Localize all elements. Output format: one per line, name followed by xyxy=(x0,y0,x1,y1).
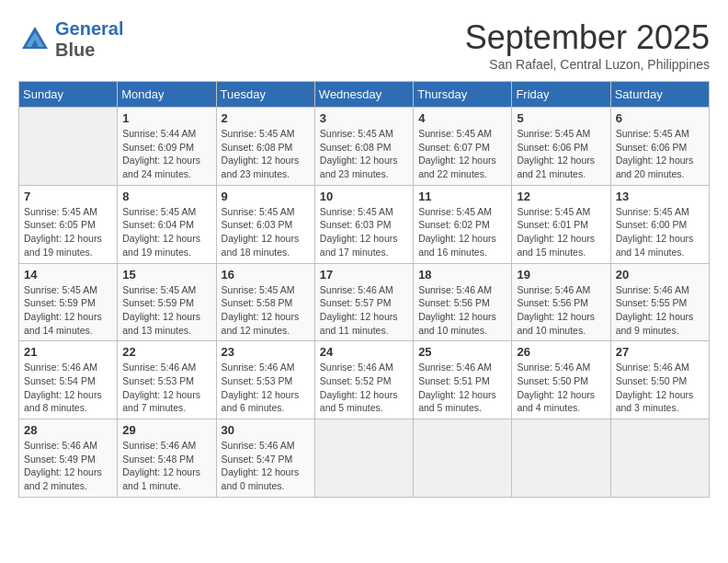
day-info: Sunrise: 5:46 AM Sunset: 5:51 PM Dayligh… xyxy=(418,361,506,415)
day-info: Sunrise: 5:45 AM Sunset: 6:04 PM Dayligh… xyxy=(122,205,210,259)
day-info: Sunrise: 5:46 AM Sunset: 5:53 PM Dayligh… xyxy=(222,361,310,415)
day-info: Sunrise: 5:46 AM Sunset: 5:56 PM Dayligh… xyxy=(517,283,605,338)
calendar-cell: 15Sunrise: 5:45 AM Sunset: 5:59 PM Dayli… xyxy=(118,263,216,341)
day-number: 11 xyxy=(418,190,506,203)
day-info: Sunrise: 5:45 AM Sunset: 6:08 PM Dayligh… xyxy=(222,127,310,181)
calendar-cell: 29Sunrise: 5:46 AM Sunset: 5:48 PM Dayli… xyxy=(118,419,216,498)
calendar-cell: 22Sunrise: 5:46 AM Sunset: 5:53 PM Dayli… xyxy=(118,341,216,419)
day-info: Sunrise: 5:45 AM Sunset: 6:03 PM Dayligh… xyxy=(222,205,310,259)
calendar-cell: 4Sunrise: 5:45 AM Sunset: 6:07 PM Daylig… xyxy=(414,108,512,186)
day-info: Sunrise: 5:46 AM Sunset: 5:56 PM Dayligh… xyxy=(418,283,506,338)
header-day-thursday: Thursday xyxy=(414,82,512,108)
day-info: Sunrise: 5:45 AM Sunset: 6:06 PM Dayligh… xyxy=(517,127,605,181)
day-info: Sunrise: 5:46 AM Sunset: 5:49 PM Dayligh… xyxy=(24,439,112,493)
calendar-cell: 26Sunrise: 5:46 AM Sunset: 5:50 PM Dayli… xyxy=(512,341,610,419)
day-number: 25 xyxy=(418,345,506,359)
day-info: Sunrise: 5:46 AM Sunset: 5:52 PM Dayligh… xyxy=(320,361,408,415)
day-info: Sunrise: 5:45 AM Sunset: 6:07 PM Dayligh… xyxy=(418,127,506,181)
day-number: 14 xyxy=(24,268,112,282)
calendar-week-2: 7Sunrise: 5:45 AM Sunset: 6:05 PM Daylig… xyxy=(19,185,710,263)
calendar-week-1: 1Sunrise: 5:44 AM Sunset: 6:09 PM Daylig… xyxy=(19,108,710,186)
day-number: 4 xyxy=(418,111,506,125)
calendar-cell: 13Sunrise: 5:45 AM Sunset: 6:00 PM Dayli… xyxy=(610,185,709,263)
calendar-cell: 21Sunrise: 5:46 AM Sunset: 5:54 PM Dayli… xyxy=(19,341,118,419)
header-day-monday: Monday xyxy=(118,82,216,108)
day-info: Sunrise: 5:46 AM Sunset: 5:50 PM Dayligh… xyxy=(517,361,605,415)
logo-text: General Blue xyxy=(55,18,123,61)
day-info: Sunrise: 5:46 AM Sunset: 5:53 PM Dayligh… xyxy=(122,361,210,415)
day-number: 7 xyxy=(24,190,112,203)
logo-icon xyxy=(18,23,51,56)
day-number: 28 xyxy=(24,423,112,437)
day-info: Sunrise: 5:45 AM Sunset: 6:00 PM Dayligh… xyxy=(616,205,704,259)
day-info: Sunrise: 5:46 AM Sunset: 5:48 PM Dayligh… xyxy=(122,439,210,493)
day-number: 26 xyxy=(517,345,605,359)
calendar-cell: 24Sunrise: 5:46 AM Sunset: 5:52 PM Dayli… xyxy=(314,341,413,419)
calendar-cell: 28Sunrise: 5:46 AM Sunset: 5:49 PM Dayli… xyxy=(19,419,118,498)
day-info: Sunrise: 5:46 AM Sunset: 5:50 PM Dayligh… xyxy=(616,361,704,415)
calendar-cell xyxy=(19,108,118,186)
calendar-cell: 30Sunrise: 5:46 AM Sunset: 5:47 PM Dayli… xyxy=(216,419,314,498)
calendar-week-3: 14Sunrise: 5:45 AM Sunset: 5:59 PM Dayli… xyxy=(19,263,710,341)
location-subtitle: San Rafael, Central Luzon, Philippines xyxy=(465,57,710,72)
calendar-cell xyxy=(314,419,413,498)
title-block: September 2025 San Rafael, Central Luzon… xyxy=(465,18,710,72)
calendar-cell: 17Sunrise: 5:46 AM Sunset: 5:57 PM Dayli… xyxy=(314,263,413,341)
calendar-cell: 27Sunrise: 5:46 AM Sunset: 5:50 PM Dayli… xyxy=(610,341,709,419)
month-title: September 2025 xyxy=(465,18,710,57)
calendar-cell: 16Sunrise: 5:45 AM Sunset: 5:58 PM Dayli… xyxy=(216,263,314,341)
day-number: 21 xyxy=(24,345,112,359)
day-number: 6 xyxy=(616,111,704,125)
header-day-saturday: Saturday xyxy=(610,82,709,108)
day-number: 30 xyxy=(222,423,310,437)
day-info: Sunrise: 5:45 AM Sunset: 5:59 PM Dayligh… xyxy=(24,283,112,338)
calendar-cell xyxy=(610,419,709,498)
calendar-cell: 10Sunrise: 5:45 AM Sunset: 6:03 PM Dayli… xyxy=(314,185,413,263)
calendar-cell: 20Sunrise: 5:46 AM Sunset: 5:55 PM Dayli… xyxy=(610,263,709,341)
calendar-cell: 9Sunrise: 5:45 AM Sunset: 6:03 PM Daylig… xyxy=(216,185,314,263)
logo: General Blue xyxy=(18,18,123,61)
calendar-cell: 25Sunrise: 5:46 AM Sunset: 5:51 PM Dayli… xyxy=(414,341,512,419)
calendar-table: SundayMondayTuesdayWednesdayThursdayFrid… xyxy=(18,81,710,498)
header-day-sunday: Sunday xyxy=(19,82,118,108)
page-header: General Blue September 2025 San Rafael, … xyxy=(18,18,710,72)
calendar-cell: 1Sunrise: 5:44 AM Sunset: 6:09 PM Daylig… xyxy=(118,108,216,186)
calendar-cell: 8Sunrise: 5:45 AM Sunset: 6:04 PM Daylig… xyxy=(118,185,216,263)
calendar-cell xyxy=(414,419,512,498)
day-info: Sunrise: 5:46 AM Sunset: 5:57 PM Dayligh… xyxy=(320,283,408,338)
day-number: 16 xyxy=(222,268,310,282)
day-number: 8 xyxy=(122,190,210,203)
calendar-cell: 11Sunrise: 5:45 AM Sunset: 6:02 PM Dayli… xyxy=(414,185,512,263)
calendar-cell: 12Sunrise: 5:45 AM Sunset: 6:01 PM Dayli… xyxy=(512,185,610,263)
day-number: 27 xyxy=(616,345,704,359)
header-day-friday: Friday xyxy=(512,82,610,108)
day-number: 9 xyxy=(222,190,310,203)
day-info: Sunrise: 5:45 AM Sunset: 5:58 PM Dayligh… xyxy=(222,283,310,338)
calendar-cell: 6Sunrise: 5:45 AM Sunset: 6:06 PM Daylig… xyxy=(610,108,709,186)
calendar-header-row: SundayMondayTuesdayWednesdayThursdayFrid… xyxy=(19,82,710,108)
day-number: 17 xyxy=(320,268,408,282)
calendar-cell: 3Sunrise: 5:45 AM Sunset: 6:08 PM Daylig… xyxy=(314,108,413,186)
day-number: 19 xyxy=(517,268,605,282)
day-info: Sunrise: 5:45 AM Sunset: 6:05 PM Dayligh… xyxy=(24,205,112,259)
calendar-cell: 2Sunrise: 5:45 AM Sunset: 6:08 PM Daylig… xyxy=(216,108,314,186)
calendar-cell: 14Sunrise: 5:45 AM Sunset: 5:59 PM Dayli… xyxy=(19,263,118,341)
day-info: Sunrise: 5:45 AM Sunset: 6:06 PM Dayligh… xyxy=(616,127,704,181)
calendar-cell: 18Sunrise: 5:46 AM Sunset: 5:56 PM Dayli… xyxy=(414,263,512,341)
day-number: 18 xyxy=(418,268,506,282)
calendar-cell xyxy=(512,419,610,498)
day-info: Sunrise: 5:44 AM Sunset: 6:09 PM Dayligh… xyxy=(122,127,210,181)
calendar-week-5: 28Sunrise: 5:46 AM Sunset: 5:49 PM Dayli… xyxy=(19,419,710,498)
day-info: Sunrise: 5:45 AM Sunset: 6:02 PM Dayligh… xyxy=(418,205,506,259)
day-number: 20 xyxy=(616,268,704,282)
day-number: 2 xyxy=(222,111,310,125)
day-info: Sunrise: 5:45 AM Sunset: 6:03 PM Dayligh… xyxy=(320,205,408,259)
day-number: 1 xyxy=(122,111,210,125)
calendar-cell: 23Sunrise: 5:46 AM Sunset: 5:53 PM Dayli… xyxy=(216,341,314,419)
day-info: Sunrise: 5:46 AM Sunset: 5:55 PM Dayligh… xyxy=(616,283,704,338)
day-number: 10 xyxy=(320,190,408,203)
day-number: 12 xyxy=(517,190,605,203)
calendar-cell: 19Sunrise: 5:46 AM Sunset: 5:56 PM Dayli… xyxy=(512,263,610,341)
day-number: 29 xyxy=(122,423,210,437)
header-day-wednesday: Wednesday xyxy=(314,82,413,108)
